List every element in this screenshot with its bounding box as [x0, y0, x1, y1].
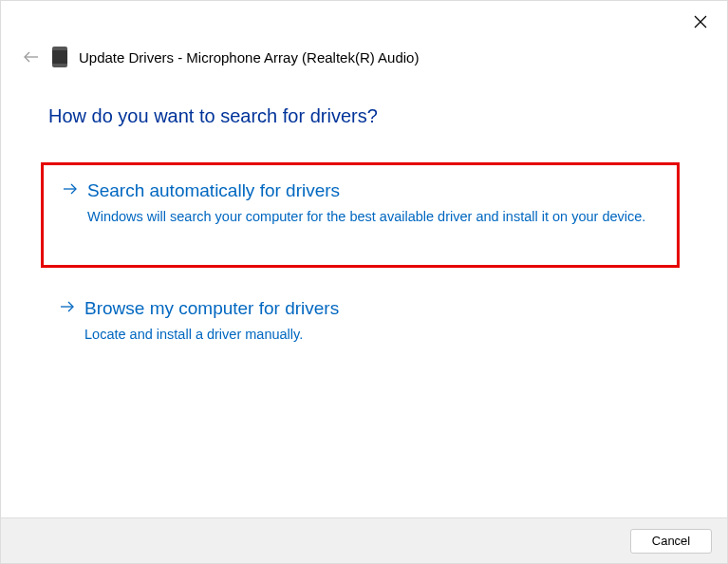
- close-button[interactable]: [689, 10, 712, 33]
- option-header: Search automatically for drivers: [63, 180, 658, 201]
- back-button[interactable]: [22, 47, 41, 66]
- header-title: Update Drivers - Microphone Array (Realt…: [79, 49, 419, 66]
- header-row: Update Drivers - Microphone Array (Realt…: [22, 47, 706, 67]
- device-icon: [52, 47, 67, 67]
- option-header: Browse my computer for drivers: [60, 298, 661, 319]
- footer: Cancel: [1, 517, 727, 563]
- options-container: Search automatically for drivers Windows…: [41, 162, 680, 379]
- option-title: Search automatically for drivers: [87, 180, 340, 201]
- close-icon: [694, 15, 707, 28]
- cancel-button[interactable]: Cancel: [630, 529, 712, 554]
- option-title: Browse my computer for drivers: [84, 298, 339, 319]
- arrow-right-icon: [63, 182, 78, 199]
- option-browse-computer[interactable]: Browse my computer for drivers Locate an…: [41, 283, 680, 364]
- option-description: Windows will search your computer for th…: [87, 207, 658, 227]
- option-search-automatically[interactable]: Search automatically for drivers Windows…: [41, 162, 680, 268]
- option-description: Locate and install a driver manually.: [84, 325, 661, 345]
- back-arrow-icon: [24, 50, 39, 64]
- arrow-right-icon: [60, 300, 75, 317]
- page-question: How do you want to search for drivers?: [48, 105, 378, 127]
